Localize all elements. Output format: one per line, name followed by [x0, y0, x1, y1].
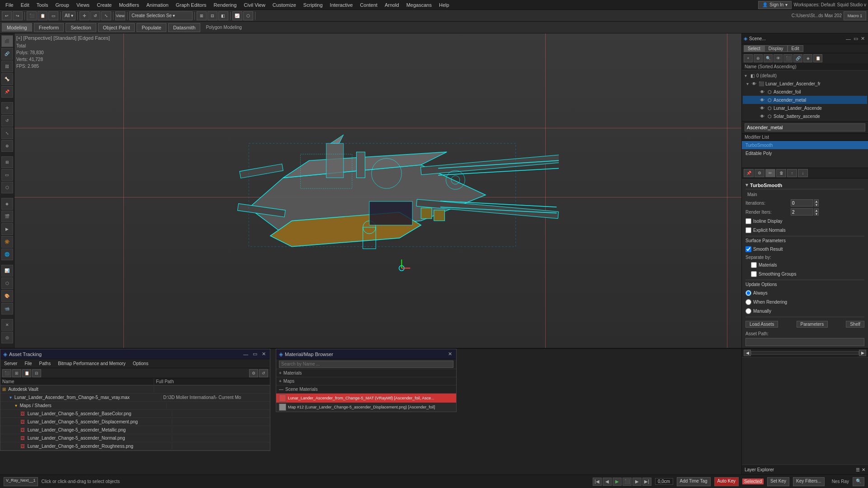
place-tool[interactable]: ⊕ — [1, 140, 13, 152]
scroll-right-btn[interactable]: ▶ — [859, 350, 866, 356]
mb-maps-header[interactable]: + Maps — [276, 377, 456, 385]
when-rendering-radio[interactable] — [745, 299, 751, 305]
tab-datasmith[interactable]: Datasmith — [168, 23, 201, 32]
select-tool[interactable]: ⬛ — [1, 35, 13, 47]
go-start-btn[interactable]: |◀ — [593, 478, 602, 486]
mb-search-input[interactable] — [279, 361, 453, 368]
manually-radio[interactable] — [745, 308, 751, 314]
at-row-vault[interactable]: ⊞ Autodesk Vault — [0, 385, 270, 394]
at-row-basecolor[interactable]: 🖼 Lunar_Lander_Change-5_ascender_BaseCol… — [0, 410, 270, 418]
turbosmooth-title[interactable]: TurboSmooth — [745, 180, 864, 189]
explicit-normals-checkbox[interactable] — [745, 227, 751, 233]
move-btn[interactable]: ✛ — [80, 11, 90, 20]
tab-object-paint[interactable]: Object Paint — [98, 23, 135, 32]
menu-civil-view[interactable]: Civil View — [240, 1, 269, 9]
menu-animation[interactable]: Animation — [143, 1, 172, 9]
render-iter-down[interactable]: ▼ — [814, 212, 819, 216]
scroll-left-btn[interactable]: ◀ — [744, 350, 751, 356]
tab-selection[interactable]: Selection — [66, 23, 96, 32]
go-end-btn[interactable]: ▶| — [642, 478, 651, 486]
scene-tool5[interactable]: ⬛ — [783, 54, 793, 62]
create-selection-dropdown[interactable]: Create Selection Se ▾ — [129, 11, 193, 20]
mod-pin-btn[interactable]: 📌 — [744, 169, 754, 177]
scene-tool2[interactable]: ⊕ — [754, 54, 763, 62]
align-btn[interactable]: ⊟ — [208, 11, 217, 20]
menu-edit[interactable]: Edit — [17, 1, 33, 9]
mb-scene-item-1[interactable]: Map #12 (Lunar_Lander_Change-5_ascender_… — [276, 403, 456, 412]
select-region-tool[interactable]: ▭ — [1, 169, 13, 181]
layer-explorer-close-icon[interactable]: ✕ — [862, 467, 865, 472]
tab-freeform[interactable]: Freeform — [34, 23, 64, 32]
render-setup-tool[interactable]: 🎬 — [1, 211, 13, 222]
at-menu-paths[interactable]: Paths — [36, 360, 55, 367]
color-clip-tool[interactable]: 🎨 — [1, 290, 13, 302]
menu-group[interactable]: Group — [52, 1, 73, 9]
at-minimize-btn[interactable]: — — [242, 352, 250, 357]
tree-item-5[interactable]: 👁 ⬡ Solar_battery_ascende — [743, 112, 867, 120]
key-filters-btn[interactable]: Key Filters... — [793, 477, 825, 486]
schematic-view-tool[interactable]: ⬡ — [1, 277, 13, 289]
at-row-normal[interactable]: 🖼 Lunar_Lander_Change-5_ascender_Normal.… — [0, 434, 270, 442]
track-view-tool[interactable]: 📊 — [1, 265, 13, 277]
scene-tool7[interactable]: ◈ — [803, 54, 812, 62]
layer-explorer-menu-icon[interactable]: ☰ — [856, 467, 860, 472]
tab-modeling[interactable]: Modeling — [2, 23, 32, 32]
viewport[interactable]: [+] [Perspective] [Standard] [Edged Face… — [14, 33, 741, 348]
all-dropdown[interactable]: All ▾ — [62, 11, 75, 20]
view-btn[interactable]: View — [115, 11, 125, 20]
menu-interactive[interactable]: Interactive — [326, 1, 357, 9]
menu-rendering[interactable]: Rendering — [210, 1, 241, 9]
mb-scene-item-0[interactable]: Lunar_Lander_Ascender_from_Change-5_MAT … — [276, 394, 456, 403]
menu-views[interactable]: Views — [73, 1, 93, 9]
smooth-result-checkbox[interactable] — [745, 246, 751, 252]
load-assets-btn[interactable]: Load Assets — [745, 321, 778, 328]
at-restore-btn[interactable]: ▭ — [251, 351, 259, 357]
tab-populate[interactable]: Populate — [137, 23, 166, 32]
prev-frame-btn[interactable]: ◀ — [603, 478, 612, 486]
tree-item-2[interactable]: 👁 ⬡ Ascender_foil — [743, 88, 867, 96]
select-object-btn[interactable]: ⬛ — [27, 11, 37, 20]
schematic-btn[interactable]: ⬡ — [243, 11, 253, 20]
at-row-displacement[interactable]: 🖼 Lunar_Lander_Change-5_ascender_Displac… — [0, 418, 270, 426]
at-row-maps[interactable]: ▾ Maps / Shaders — [0, 402, 270, 410]
scene-display-btn[interactable]: Display — [764, 45, 788, 52]
modifier-name-input[interactable] — [745, 123, 865, 131]
tree-item-4[interactable]: 👁 ⬡ Lunar_Lander_Ascende — [743, 104, 867, 112]
shelf-btn[interactable]: Shelf — [846, 321, 864, 328]
rotate-tool[interactable]: ↺ — [1, 115, 13, 127]
undo-btn[interactable]: ↩ — [2, 11, 12, 20]
menu-customize[interactable]: Customize — [269, 1, 300, 9]
scene-close-btn[interactable]: ✕ — [859, 36, 866, 42]
mb-materials-header[interactable]: + Materials — [276, 369, 456, 377]
mod-up-btn[interactable]: ↑ — [787, 169, 797, 177]
bone-tool[interactable]: 🦴 — [1, 73, 13, 85]
mod-down-btn[interactable]: ↓ — [798, 169, 808, 177]
materials-checkbox[interactable] — [751, 262, 757, 268]
tree-layer-0[interactable]: ▾ ◧ 0 (default) — [743, 71, 867, 80]
scene-tool8[interactable]: 📋 — [813, 54, 822, 62]
at-row-roughness[interactable]: 🖼 Lunar_Lander_Change-5_ascender_Roughne… — [0, 442, 270, 450]
redo-btn[interactable]: ↪ — [13, 11, 23, 20]
asset-path-input[interactable] — [745, 338, 864, 346]
scroll-track[interactable] — [751, 351, 859, 355]
mb-close-btn[interactable]: ✕ — [447, 351, 453, 357]
menu-file[interactable]: File — [2, 1, 17, 9]
iterations-input[interactable] — [791, 199, 813, 206]
video-post-tool[interactable]: 📹 — [1, 303, 13, 314]
menu-help[interactable]: Help — [435, 1, 453, 9]
mirror-btn[interactable]: ⊞ — [197, 11, 207, 20]
scene-restore-btn[interactable]: ▭ — [852, 36, 859, 42]
xview-tool[interactable]: ✕ — [1, 319, 13, 331]
menu-megascans[interactable]: Megascans — [403, 1, 435, 9]
at-tool-settings[interactable]: ⚙ — [249, 369, 258, 377]
rotate-btn[interactable]: ↺ — [90, 11, 100, 20]
curve-editor-btn[interactable]: 📈 — [232, 11, 242, 20]
at-menu-bitmap[interactable]: Bitmap Performance and Memory — [54, 360, 129, 367]
select-by-name-btn[interactable]: 📋 — [38, 11, 47, 20]
mod-delete-btn[interactable]: 🗑 — [776, 169, 786, 177]
active-shade-tool[interactable]: 🔆 — [1, 236, 13, 248]
modifier-turbosmooth[interactable]: TurboSmooth — [742, 141, 868, 149]
mod-edit-btn[interactable]: ✏ — [765, 169, 775, 177]
render-iters-input[interactable] — [791, 208, 813, 216]
iter-up[interactable]: ▲ — [814, 199, 819, 203]
